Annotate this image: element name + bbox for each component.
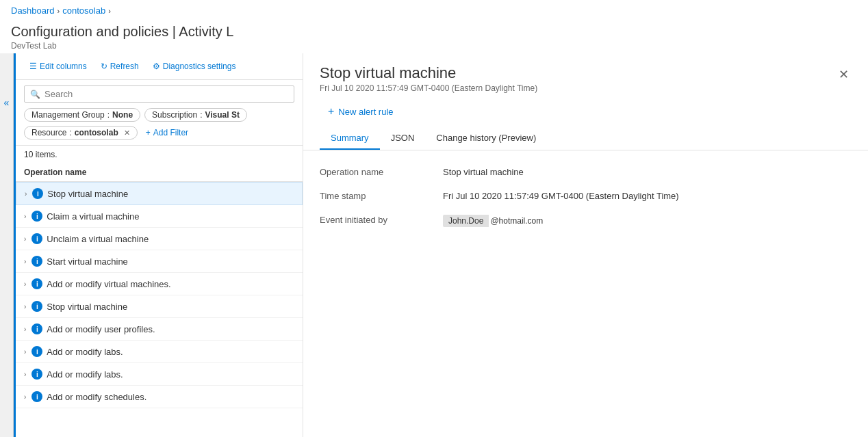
chevron-right-icon: › (24, 326, 26, 333)
info-icon: i (31, 346, 42, 357)
new-alert-rule-button[interactable]: + New alert rule (320, 101, 402, 122)
detail-title: Stop virtual machine (320, 64, 537, 82)
close-button[interactable]: ✕ (836, 64, 852, 85)
info-icon: i (31, 301, 42, 312)
management-group-value: None (112, 110, 133, 120)
detail-title-row: Stop virtual machine Fri Jul 10 2020 11:… (320, 64, 852, 93)
detail-header: Stop virtual machine Fri Jul 10 2020 11:… (303, 53, 868, 150)
user-name-badge: John.Doe (443, 215, 489, 227)
info-icon: i (31, 323, 42, 334)
list-item[interactable]: › i Add or modify schedules. (16, 386, 303, 408)
management-group-label: Management Group (31, 110, 105, 120)
search-input[interactable] (44, 89, 288, 99)
resource-sep: : (69, 128, 71, 137)
refresh-button[interactable]: ↻ Refresh (95, 59, 144, 74)
info-icon: i (31, 278, 42, 289)
list-item-text: Unclaim a virtual machine (47, 234, 149, 244)
nav-toggle-bar: « (0, 53, 14, 437)
list-item-text: Add or modify schedules. (47, 392, 146, 402)
left-panel: ☰ Edit columns ↻ Refresh ⚙ Diagnostics s… (16, 53, 303, 437)
tab-summary[interactable]: Summary (320, 127, 380, 150)
info-icon: i (31, 211, 42, 222)
user-email: @hotmail.com (489, 216, 543, 226)
diagnostics-label: Diagnostics settings (163, 62, 236, 71)
chevron-right-icon: › (24, 303, 26, 310)
chevron-right-icon: › (24, 213, 26, 220)
list-item-text: Add or modify user profiles. (47, 324, 155, 334)
operation-label: Operation name (320, 167, 443, 177)
detail-row-event-initiated: Event initiated by John.Doe @hotmail.com (320, 215, 852, 227)
list-item-text: Stop virtual machine (47, 302, 127, 312)
filter-tags: Management Group : None Subscription : V… (24, 108, 294, 140)
info-icon: i (31, 391, 42, 402)
list-item[interactable]: › i Unclaim a virtual machine (16, 228, 303, 250)
list-item[interactable]: › i Add or modify user profiles. (16, 318, 303, 341)
subscription-value: Visual St (205, 110, 239, 120)
search-box[interactable]: 🔍 (24, 85, 294, 103)
chevron-right-icon: › (24, 393, 26, 401)
list-item-text: Start virtual machine (47, 256, 128, 267)
timestamp-value: Fri Jul 10 2020 11:57:49 GMT-0400 (Easte… (443, 191, 852, 201)
add-filter-icon: + (146, 128, 151, 137)
list-item[interactable]: › i Start virtual machine (16, 250, 303, 273)
nav-toggle-button[interactable]: « (1, 94, 12, 111)
new-alert-label: New alert rule (338, 107, 393, 117)
page-subtitle: DevTest Lab (11, 41, 857, 51)
list-item-text: Add or modify virtual machines. (47, 279, 170, 289)
edit-columns-label: Edit columns (40, 62, 87, 71)
remove-resource-filter[interactable]: ✕ (124, 129, 130, 137)
diagnostics-icon: ⚙ (153, 62, 160, 71)
list-item[interactable]: › i Stop virtual machine (16, 182, 303, 205)
page-title: Configuration and policies | Activity L (11, 24, 857, 40)
chevron-right-icon: › (25, 190, 27, 198)
detail-row-operation: Operation name Stop virtual machine (320, 167, 852, 177)
list-item-text: Stop virtual machine (47, 189, 128, 199)
timestamp-label: Time stamp (320, 191, 443, 201)
page-header: Configuration and policies | Activity L … (0, 21, 868, 53)
search-icon: 🔍 (30, 90, 40, 99)
chevron-right-icon: › (24, 235, 26, 243)
edit-columns-icon: ☰ (29, 62, 37, 71)
info-icon: i (31, 369, 42, 380)
edit-columns-button[interactable]: ☰ Edit columns (24, 59, 92, 74)
breadcrumb-contosolab[interactable]: contosolab (62, 5, 105, 16)
detail-subtitle: Fri Jul 10 2020 11:57:49 GMT-0400 (Easte… (320, 83, 537, 93)
tab-change-history--preview-[interactable]: Change history (Preview) (425, 127, 547, 150)
info-icon: i (31, 256, 42, 267)
filter-tag-resource: Resource : contosolab ✕ (24, 126, 138, 140)
event-initiated-label: Event initiated by (320, 215, 443, 227)
subscription-sep: : (200, 110, 202, 120)
list-item[interactable]: › i Add or modify virtual machines. (16, 273, 303, 295)
detail-row-timestamp: Time stamp Fri Jul 10 2020 11:57:49 GMT-… (320, 191, 852, 201)
list-area: › i Stop virtual machine › i Claim a vir… (16, 182, 303, 437)
breadcrumb: Dashboard › contosolab › (0, 0, 868, 21)
add-filter-label: Add Filter (153, 128, 188, 137)
chevron-right-icon: › (24, 348, 26, 356)
detail-content: Operation name Stop virtual machine Time… (303, 150, 868, 437)
new-alert-plus-icon: + (328, 105, 334, 118)
operation-value: Stop virtual machine (443, 167, 852, 177)
list-item[interactable]: › i Add or modify labs. (16, 341, 303, 363)
list-item-text: Add or modify labs. (47, 347, 123, 357)
list-item[interactable]: › i Add or modify labs. (16, 363, 303, 386)
list-item[interactable]: › i Stop virtual machine (16, 295, 303, 318)
right-panel: Stop virtual machine Fri Jul 10 2020 11:… (303, 53, 868, 437)
diagnostics-button[interactable]: ⚙ Diagnostics settings (147, 59, 242, 74)
chevron-right-icon: › (24, 258, 26, 265)
filter-tag-management-group: Management Group : None (24, 108, 140, 122)
resource-label: Resource (31, 128, 66, 137)
breadcrumb-sep-1: › (58, 7, 60, 15)
chevron-right-icon: › (24, 371, 26, 378)
add-filter-button[interactable]: + Add Filter (142, 127, 192, 139)
refresh-label: Refresh (110, 62, 139, 71)
breadcrumb-dashboard[interactable]: Dashboard (11, 5, 55, 16)
list-item[interactable]: › i Claim a virtual machine (16, 205, 303, 228)
detail-actions: + New alert rule (320, 101, 852, 122)
event-initiated-value: John.Doe @hotmail.com (443, 215, 852, 227)
user-badge: John.Doe @hotmail.com (443, 215, 543, 227)
refresh-icon: ↻ (101, 62, 107, 71)
table-column-header: Operation name (16, 163, 303, 182)
filter-area: 🔍 Management Group : None Subscription :… (16, 80, 303, 146)
tab-json[interactable]: JSON (380, 127, 426, 150)
tabs: SummaryJSONChange history (Preview) (320, 127, 852, 150)
